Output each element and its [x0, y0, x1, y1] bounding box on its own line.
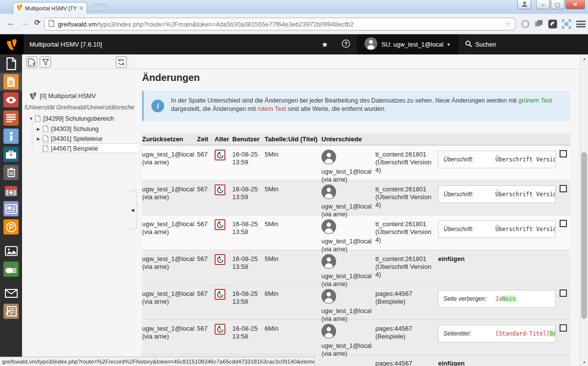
bookmark-toolbar-button[interactable]: ★	[315, 34, 335, 54]
alter-cell	[215, 146, 232, 183]
rollback-history-button[interactable]	[215, 219, 225, 230]
profile-button[interactable]	[517, 0, 531, 9]
extension-icon-3[interactable]	[548, 20, 557, 28]
reload-button[interactable]: ⟳	[34, 18, 41, 27]
browser-tab[interactable]: Multiportal HSMV [TYPO3 ✕	[13, 2, 87, 14]
date-cell: 16-08-2513:58	[232, 215, 265, 253]
module-web-functions[interactable]	[0, 145, 22, 163]
scrollbar-thumb[interactable]	[581, 152, 587, 319]
diff-field-label: Seitentitel:	[443, 330, 495, 337]
alter-cell	[215, 181, 232, 218]
tree-root[interactable]: [0] Multiportal HSMV	[29, 92, 96, 100]
tab-close-icon[interactable]: ✕	[79, 5, 84, 11]
scroll-down-icon[interactable]: ▼	[580, 358, 588, 366]
person-icon	[521, 1, 528, 8]
user-menu[interactable]: SU: ugw_test_1@local ▼	[357, 34, 458, 54]
extension-icon-4[interactable]	[562, 20, 571, 28]
module-dmail[interactable]	[0, 260, 22, 278]
tree-toolbar	[22, 54, 137, 69]
new-tab-button[interactable]	[90, 4, 107, 11]
extension-icon-1[interactable]	[521, 20, 530, 28]
scroll-up-icon[interactable]: ▲	[580, 54, 588, 62]
back-button[interactable]: ←	[7, 18, 15, 28]
help-toolbar-button[interactable]: ?	[335, 34, 357, 54]
search-toolbar-button[interactable]: Suchen	[458, 34, 588, 54]
diff-cell: Überschrift:Überschrift Version 12	[438, 215, 560, 253]
minimize-button[interactable]: –	[536, 0, 550, 9]
module-filelist[interactable]	[0, 242, 22, 260]
search-icon	[465, 40, 472, 49]
zeit-cell: 567	[197, 285, 215, 323]
rollback-user-cell: ugw_test_1@local(via arne)	[142, 146, 197, 183]
caret-down-icon[interactable]: ▼	[29, 116, 35, 121]
diff-cell: Seite verbergen:JaNein	[438, 285, 560, 323]
refresh-tree-button[interactable]	[116, 56, 127, 68]
forward-button[interactable]: →	[21, 18, 29, 28]
module-web-view[interactable]	[0, 91, 22, 109]
search-label: Suchen	[475, 41, 496, 48]
rollback-history-button[interactable]	[215, 289, 225, 300]
module-recycler[interactable]	[0, 163, 22, 182]
module-calendar[interactable]	[0, 182, 22, 200]
filter-button[interactable]	[40, 56, 51, 68]
rollback-user-cell: ugw_test_1@local(via arne)	[142, 320, 197, 358]
typo3-logo[interactable]	[0, 34, 24, 54]
caret-right-icon[interactable]: ▶	[37, 127, 43, 131]
user-avatar	[365, 37, 377, 52]
tree-node-34299[interactable]: ▼[34299] Schulungsbereich	[29, 115, 114, 122]
column-header: Alter	[215, 135, 232, 143]
rollback-history-button[interactable]	[215, 324, 225, 335]
module-formhandler[interactable]	[0, 302, 22, 320]
rollback-user-cell: ugw_test_1@local(via arne)	[142, 181, 197, 218]
tree-collapse-handle[interactable]: ◀	[128, 190, 137, 230]
date-cell: 16-08-2513:58	[232, 285, 265, 323]
record-cell: tt_content:261801 (Überschrift Version 4…	[375, 215, 438, 253]
info-callout: i In der Spalte Unterschied sind die Änd…	[142, 91, 570, 121]
alter-cell	[215, 250, 232, 288]
table-header-row: ZurücksetzenZeitAlterBenutzerTabelle:Uid…	[142, 133, 570, 145]
diff-select-checkbox[interactable]	[560, 150, 567, 157]
info-icon: i	[151, 100, 164, 112]
module-web-page[interactable]	[0, 73, 22, 91]
diff-select-checkbox[interactable]	[560, 324, 567, 332]
diff-select-checkbox[interactable]	[560, 185, 567, 192]
docheader	[138, 54, 580, 69]
zeit-cell: 567	[197, 181, 215, 218]
tree-node-34303[interactable]: ▶[34303] Schulung	[37, 125, 98, 132]
info-text: In der Spalte Unterschied sind die Änder…	[171, 97, 563, 113]
circled-p-icon	[3, 219, 19, 235]
extension-icon-2[interactable]	[535, 20, 543, 28]
chevron-down-icon: ▼	[446, 42, 451, 47]
history-table: ZurücksetzenZeitAlterBenutzerTabelle:Uid…	[142, 133, 570, 366]
tree-node-44567[interactable]: [44567] Beispiele	[37, 145, 98, 152]
maximize-button[interactable]: ▢	[551, 0, 564, 9]
date-cell: 16-08-2513:59	[232, 181, 265, 218]
rollback-history-button[interactable]	[215, 150, 225, 160]
diff-select-checkbox[interactable]	[560, 289, 567, 297]
select-cell	[560, 250, 570, 288]
bookmark-star-icon[interactable]: ☆	[505, 20, 511, 28]
tree-node-34301[interactable]: ▶[34301] Spielwiese	[37, 135, 102, 142]
diff-select-checkbox[interactable]	[560, 220, 567, 227]
module-mail[interactable]	[0, 284, 22, 302]
eye-icon	[3, 92, 19, 107]
alter-cell	[215, 320, 232, 358]
caret-right-icon[interactable]: ▶	[37, 136, 43, 141]
menu-hamburger-icon[interactable]	[576, 21, 586, 27]
new-page-button[interactable]	[26, 56, 37, 68]
diff-text: Überschrift Version	[495, 191, 556, 198]
module-page-outline[interactable]	[0, 54, 22, 73]
user-cell: ugw_test_1@local(via arne)	[321, 215, 375, 253]
star-icon: ★	[321, 40, 328, 49]
history-icon	[217, 256, 224, 263]
module-news-admin[interactable]	[0, 200, 22, 218]
close-button[interactable]: ✕	[565, 0, 585, 9]
rollback-history-button[interactable]	[215, 184, 225, 195]
rollback-history-button[interactable]	[215, 254, 225, 265]
module-powermail[interactable]	[0, 218, 22, 236]
module-web-info[interactable]	[0, 127, 22, 145]
module-web-list[interactable]	[0, 109, 22, 127]
user-avatar-icon	[321, 289, 336, 304]
address-bar[interactable]: greifswald.vm/typo3/index.php?route=%2Fm…	[44, 18, 515, 30]
vertical-scrollbar[interactable]: ▲ ▼	[580, 54, 588, 366]
